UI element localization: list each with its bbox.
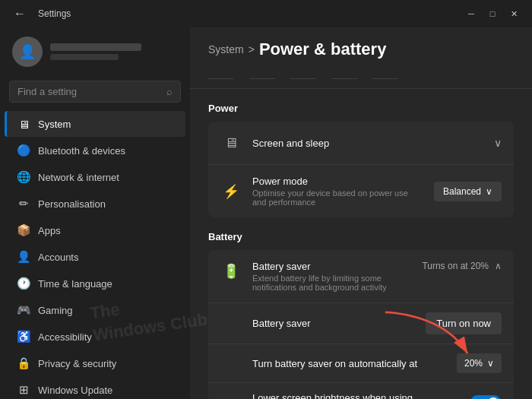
system-icon: 🖥 (17, 117, 30, 131)
auto-battery-dropdown[interactable]: 20% ∨ (457, 353, 502, 373)
screen-sleep-content: Screen and sleep (252, 138, 483, 149)
sidebar-item-personalisation[interactable]: ✏ Personalisation (5, 191, 185, 217)
battery-saver-row-label: Battery saver (252, 318, 415, 329)
scroll-tabs: ──── ──── ──── ──── ──── (190, 68, 532, 89)
screen-sleep-icon: 🖥 (220, 132, 242, 154)
sidebar-item-label-privacy: Privacy & security (38, 358, 116, 369)
breadcrumb: System > Power & battery (208, 40, 514, 59)
battery-saver-icon: 🔋 (220, 261, 242, 282)
back-button[interactable]: ← (9, 5, 30, 22)
titlebar-controls: ─ □ ✕ (462, 6, 523, 21)
lower-brightness-label: Lower screen brightness when using batte… (252, 392, 436, 399)
sidebar-item-label-personalisation: Personalisation (38, 198, 106, 210)
tab-4: ──── (331, 68, 357, 88)
lower-brightness-row: Lower screen brightness when using batte… (208, 383, 514, 399)
power-mode-action: Balanced ∨ (434, 182, 502, 201)
power-section-title: Power (208, 103, 514, 114)
tab-5: ──── (372, 68, 398, 88)
turn-on-now-button[interactable]: Turn on now (426, 312, 502, 334)
sidebar-item-privacy[interactable]: 🔒 Privacy & security (5, 350, 185, 376)
search-box[interactable]: ⌕ (9, 81, 181, 103)
main-panel: System > Power & battery ──── ──── ──── … (190, 27, 532, 399)
profile-sub (50, 54, 119, 60)
search-input[interactable] (17, 86, 160, 97)
sidebar-item-apps[interactable]: 📦 Apps (5, 217, 185, 243)
accounts-icon: 👤 (17, 250, 30, 264)
accessibility-icon: ♿ (17, 330, 30, 344)
battery-saver-header[interactable]: 🔋 Battery saver Extend battery life by l… (208, 250, 514, 303)
main-content: Power 🖥 Screen and sleep ∨ ⚡ Power (190, 89, 532, 399)
sidebar-item-label-time: Time & language (38, 278, 112, 290)
lower-brightness-toggle[interactable] (470, 395, 502, 399)
lower-brightness-toggle-container (470, 395, 502, 399)
tab-2: ──── (249, 68, 275, 88)
breadcrumb-parent: System (208, 43, 244, 55)
sidebar-item-label-bluetooth: Bluetooth & devices (38, 145, 125, 157)
auto-battery-chevron-icon: ∨ (487, 358, 494, 369)
sidebar-item-label-system: System (38, 119, 71, 130)
time-icon: 🕐 (17, 277, 30, 290)
minimize-button[interactable]: ─ (462, 6, 480, 21)
bluetooth-icon: 🔵 (17, 144, 30, 157)
power-mode-dropdown[interactable]: Balanced ∨ (434, 182, 502, 201)
battery-saver-row-action: Turn on now (426, 312, 502, 334)
privacy-icon: 🔒 (17, 356, 30, 370)
battery-saver-header-content: Battery saver Extend battery life by lim… (252, 261, 411, 292)
network-icon: 🌐 (17, 170, 30, 184)
sidebar-item-label-windows-update: Windows Update (38, 385, 112, 396)
profile-section: 👤 (0, 27, 190, 76)
sidebar-item-accessibility[interactable]: ♿ Accessibility (5, 324, 185, 350)
auto-battery-action: 20% ∨ (457, 353, 502, 373)
apps-icon: 📦 (17, 223, 30, 237)
titlebar-left: ← Settings (9, 5, 71, 22)
battery-saver-row: Battery saver Turn on now (208, 303, 514, 344)
app-body: 👤 ⌕ 🖥 System 🔵 Bluetooth & devices 🌐 Net… (0, 27, 532, 399)
maximize-button[interactable]: □ (483, 6, 502, 21)
lower-brightness-content: Lower screen brightness when using batte… (252, 392, 436, 399)
power-mode-content: Power mode Optimise your device based on… (252, 176, 423, 207)
power-mode-row[interactable]: ⚡ Power mode Optimise your device based … (208, 165, 514, 217)
battery-section-title: Battery (208, 231, 514, 242)
sidebar-item-gaming[interactable]: 🎮 Gaming (5, 297, 185, 323)
sidebar: 👤 ⌕ 🖥 System 🔵 Bluetooth & devices 🌐 Net… (0, 27, 190, 399)
sidebar-nav: 🖥 System 🔵 Bluetooth & devices 🌐 Network… (0, 110, 190, 399)
chevron-up-icon: ∧ (495, 261, 502, 271)
power-mode-label: Power mode (252, 176, 423, 187)
windows-update-icon: ⊞ (17, 383, 30, 397)
sidebar-item-label-accounts: Accounts (38, 252, 78, 263)
sidebar-item-windows-update[interactable]: ⊞ Windows Update (5, 377, 185, 399)
sidebar-item-label-accessibility: Accessibility (38, 331, 92, 343)
battery-saver-header-sub: Extend battery life by limiting some not… (252, 274, 411, 292)
breadcrumb-current: Power & battery (259, 40, 387, 59)
sidebar-item-time[interactable]: 🕐 Time & language (5, 271, 185, 296)
close-button[interactable]: ✕ (505, 6, 523, 21)
sidebar-item-accounts[interactable]: 👤 Accounts (5, 244, 185, 270)
auto-battery-label: Turn battery saver on automatically at (252, 358, 446, 369)
main-header: System > Power & battery (190, 27, 532, 68)
power-mode-sublabel: Optimise your device based on power use … (252, 188, 423, 207)
tab-3: ──── (290, 68, 316, 88)
sidebar-item-bluetooth[interactable]: 🔵 Bluetooth & devices (5, 138, 185, 163)
titlebar: ← Settings ─ □ ✕ (0, 0, 532, 27)
search-icon: ⌕ (166, 86, 173, 97)
power-mode-value: Balanced (443, 186, 481, 197)
battery-card: 🔋 Battery saver Extend battery life by l… (208, 250, 514, 399)
screen-sleep-label: Screen and sleep (252, 138, 483, 149)
battery-saver-header-label: Battery saver (252, 261, 411, 272)
avatar: 👤 (12, 36, 43, 67)
power-card: 🖥 Screen and sleep ∨ ⚡ Power mode Optimi… (208, 122, 514, 217)
screen-sleep-row[interactable]: 🖥 Screen and sleep ∨ (208, 122, 514, 165)
auto-battery-row: Turn battery saver on automatically at 2… (208, 344, 514, 383)
sidebar-item-network[interactable]: 🌐 Network & internet (5, 164, 185, 190)
profile-info (50, 43, 141, 60)
battery-saver-row-content: Battery saver (252, 318, 415, 329)
titlebar-title: Settings (38, 8, 71, 19)
profile-name (50, 43, 141, 51)
tab-1: ──── (208, 68, 234, 88)
sidebar-item-label-gaming: Gaming (38, 305, 73, 316)
gaming-icon: 🎮 (17, 303, 30, 317)
sidebar-item-system[interactable]: 🖥 System (5, 111, 185, 137)
screen-sleep-action: ∨ (494, 137, 502, 149)
sidebar-item-label-network: Network & internet (38, 172, 119, 183)
sidebar-item-label-apps: Apps (38, 225, 61, 236)
